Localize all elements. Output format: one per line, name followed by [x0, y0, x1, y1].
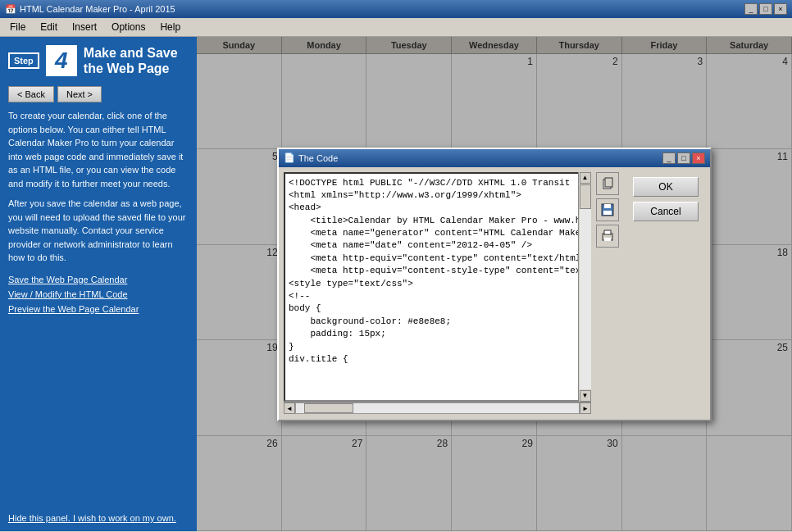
scroll-up-button[interactable]: ▲: [580, 172, 591, 184]
code-content: <!DOCTYPE html PUBLIC "-//W3C//DTD XHTML…: [285, 174, 589, 370]
title-bar-controls[interactable]: _ □ ×: [744, 3, 787, 15]
modal-side-buttons: [596, 172, 628, 415]
save-icon-button[interactable]: [596, 198, 619, 221]
cancel-button[interactable]: Cancel: [633, 202, 699, 221]
menu-edit[interactable]: Edit: [34, 20, 64, 34]
modal-maximize-button[interactable]: □: [677, 152, 690, 164]
app-icon: 📅: [5, 4, 16, 15]
ok-button[interactable]: OK: [633, 177, 699, 197]
window-title: HTML Calendar Maker Pro - April 2015: [20, 4, 175, 14]
step-header: Step 4 Make and Savethe Web Page: [8, 45, 189, 76]
calendar-area: Sunday Monday Tuesday Wednesday Thursday…: [197, 37, 792, 531]
horizontal-scrollbar[interactable]: ◄ ►: [284, 402, 591, 415]
menu-options[interactable]: Options: [105, 20, 152, 34]
step-number: 4: [46, 45, 77, 76]
svg-rect-4: [603, 211, 612, 215]
action-links: Save the Web Page Calendar View / Modify…: [8, 275, 189, 314]
scroll-thumb[interactable]: [580, 184, 591, 209]
modal-minimize-button[interactable]: _: [662, 152, 676, 164]
scroll-right-button[interactable]: ►: [580, 402, 591, 414]
step-label: Step: [8, 52, 39, 69]
title-bar-left: 📅 HTML Calendar Maker Pro - April 2015: [5, 4, 175, 15]
print-icon-button[interactable]: [596, 225, 619, 248]
hide-panel-link[interactable]: Hide this panel. I wish to work on my ow…: [8, 513, 189, 523]
svg-rect-6: [604, 230, 611, 234]
modal-close-button[interactable]: ×: [692, 152, 705, 164]
svg-rect-3: [604, 204, 611, 208]
left-panel: Step 4 Make and Savethe Web Page < Back …: [0, 37, 197, 531]
main-container: Step 4 Make and Savethe Web Page < Back …: [0, 37, 792, 531]
back-button[interactable]: < Back: [8, 86, 54, 102]
view-html-link[interactable]: View / Modify the HTML Code: [8, 289, 189, 299]
preview-calendar-link[interactable]: Preview the Web Page Calendar: [8, 304, 189, 314]
menu-file[interactable]: File: [3, 20, 32, 34]
code-display-area: <!DOCTYPE html PUBLIC "-//W3C//DTD XHTML…: [284, 172, 591, 402]
scroll-down-button[interactable]: ▼: [580, 390, 591, 402]
step-title: Make and Savethe Web Page: [84, 45, 178, 76]
code-dialog: 📄 The Code _ □ × <!DOCT: [277, 148, 712, 421]
hscroll-track[interactable]: [295, 402, 580, 414]
modal-title-left: 📄 The Code: [284, 152, 338, 163]
scroll-left-button[interactable]: ◄: [284, 402, 295, 414]
save-calendar-link[interactable]: Save the Web Page Calendar: [8, 275, 189, 284]
modal-controls[interactable]: _ □ ×: [662, 152, 705, 164]
hscroll-thumb[interactable]: [304, 403, 353, 413]
modal-icon: 📄: [284, 152, 295, 163]
description-1: To create your calendar, click one of th…: [8, 109, 189, 190]
scroll-track[interactable]: [580, 184, 591, 389]
description-2: After you save the calendar as a web pag…: [8, 197, 189, 265]
nav-buttons: < Back Next >: [8, 86, 189, 102]
menu-bar: File Edit Insert Options Help: [0, 18, 792, 37]
menu-insert[interactable]: Insert: [66, 20, 103, 34]
modal-overlay: 📄 The Code _ □ × <!DOCT: [197, 37, 792, 531]
modal-body: <!DOCTYPE html PUBLIC "-//W3C//DTD XHTML…: [279, 167, 710, 420]
copy-icon-button[interactable]: [596, 172, 619, 195]
modal-title-bar: 📄 The Code _ □ ×: [279, 149, 710, 167]
title-bar: 📅 HTML Calendar Maker Pro - April 2015 _…: [0, 0, 792, 18]
code-panel: <!DOCTYPE html PUBLIC "-//W3C//DTD XHTML…: [284, 172, 591, 415]
close-button[interactable]: ×: [774, 3, 787, 15]
maximize-button[interactable]: □: [759, 3, 772, 15]
minimize-button[interactable]: _: [744, 3, 758, 15]
modal-title: The Code: [298, 153, 338, 163]
next-button[interactable]: Next >: [57, 86, 102, 102]
modal-action-buttons: OK Cancel: [633, 172, 705, 415]
vertical-scrollbar[interactable]: ▲ ▼: [578, 172, 591, 402]
svg-rect-7: [604, 238, 611, 241]
svg-rect-1: [605, 178, 612, 187]
code-area[interactable]: <!DOCTYPE html PUBLIC "-//W3C//DTD XHTML…: [284, 172, 591, 402]
menu-help[interactable]: Help: [153, 20, 187, 34]
